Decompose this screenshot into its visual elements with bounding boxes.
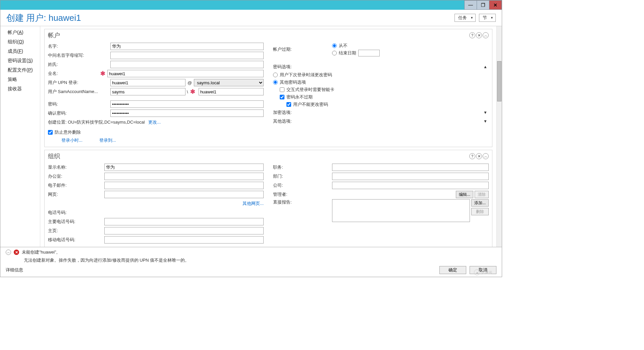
titlebar: — ❐ ✕ — [0, 0, 502, 10]
logon-to-link[interactable]: 登录到... — [99, 137, 116, 143]
full-name-input[interactable] — [107, 70, 264, 77]
last-name-label: 姓氏: — [48, 61, 104, 68]
initials-input[interactable] — [110, 52, 264, 59]
maximize-button[interactable]: ❐ — [477, 0, 489, 10]
other-webpages-link[interactable]: 其他网页... — [243, 201, 264, 207]
direct-reports-list[interactable] — [332, 199, 470, 222]
password-options-label: 密码选项: — [273, 64, 292, 70]
initials-label: 中间名首字母缩写: — [48, 52, 104, 58]
close-section-icon[interactable]: ✕ — [476, 32, 482, 38]
sidebar-item-policy[interactable]: 策略 — [8, 77, 40, 83]
expand-error-icon[interactable]: ︿ — [6, 250, 11, 255]
display-name-input[interactable] — [104, 164, 264, 171]
help-icon[interactable]: ? — [469, 153, 475, 159]
sam-user-input[interactable] — [199, 88, 264, 95]
content-scroll[interactable]: 帐户 ? ✕ ︿ 名字: — [40, 26, 496, 247]
title-input[interactable] — [332, 164, 489, 171]
remove-report-button: 删除 — [471, 208, 489, 215]
sidebar-item-member[interactable]: 成员(F) — [8, 48, 40, 54]
confirm-password-input[interactable] — [110, 110, 264, 117]
email-input[interactable] — [104, 182, 264, 189]
must-change-radio[interactable] — [273, 73, 278, 77]
sidebar-item-account[interactable]: 帐户(A) — [8, 30, 40, 36]
sidebar-item-silo[interactable]: 接收器 — [8, 86, 40, 92]
create-user-window: — ❐ ✕ 创建 用户: huawei1 任务▼ 节▼ 帐户(A) 组织(O) … — [0, 0, 502, 277]
edit-manager-button[interactable]: 编辑... — [456, 191, 473, 198]
smartcard-checkbox[interactable] — [280, 87, 284, 92]
logon-hours-link[interactable]: 登录小时... — [61, 137, 83, 143]
email-label: 电子邮件: — [48, 182, 104, 188]
protect-delete-checkbox[interactable] — [48, 130, 53, 135]
close-button[interactable]: ✕ — [489, 0, 502, 10]
scrollbar[interactable] — [496, 26, 502, 247]
required-icon: ✱ — [188, 88, 197, 95]
upn-user-input[interactable] — [110, 79, 185, 86]
sam-label: 用户 SamAccountName... — [48, 89, 104, 95]
at-sign: @ — [185, 80, 194, 85]
error-icon: ✕ — [14, 250, 19, 255]
expires-label: 帐户过期: — [273, 46, 332, 52]
reports-label: 直接报告: — [273, 199, 332, 205]
dept-label: 部门: — [273, 173, 332, 179]
first-name-input[interactable] — [110, 43, 264, 50]
upn-label: 用户 UPN 登录: — [48, 80, 104, 86]
full-name-label: 全名: — [48, 71, 98, 77]
account-section-title: 帐户 — [48, 31, 60, 39]
upn-domain-select[interactable]: sayms.local — [194, 79, 264, 86]
sidebar-item-password[interactable]: 密码设置(S) — [8, 58, 40, 64]
minimize-button[interactable]: — — [464, 0, 477, 10]
collapse-caret-icon[interactable]: ▲ — [482, 64, 489, 69]
sam-domain-input[interactable] — [110, 88, 185, 95]
expand-caret-icon[interactable]: ▼ — [482, 110, 489, 115]
account-section: 帐户 ? ✕ ︿ 名字: — [44, 29, 492, 147]
change-location-link[interactable]: 更改... — [148, 120, 161, 125]
manager-label: 管理者: — [273, 191, 332, 198]
end-date-radio[interactable] — [332, 51, 337, 55]
sidebar-item-profile[interactable]: 配置文件(P) — [8, 67, 40, 73]
homepage-input[interactable] — [104, 227, 264, 234]
first-name-label: 名字: — [48, 43, 104, 49]
collapse-icon[interactable]: ︿ — [483, 32, 489, 38]
sidebar-item-organization[interactable]: 组织(O) — [8, 39, 40, 45]
add-report-button[interactable]: 添加... — [471, 199, 489, 207]
homepage-label: 主页: — [48, 228, 104, 234]
phone-label: 电话号码: — [48, 210, 104, 216]
org-section-title: 组织 — [48, 152, 60, 160]
end-date-input[interactable] — [358, 50, 380, 56]
main-phone-input[interactable] — [104, 218, 264, 225]
tasks-dropdown[interactable]: 任务▼ — [454, 14, 476, 22]
other-pwd-radio[interactable] — [273, 80, 278, 85]
close-section-icon[interactable]: ✕ — [476, 153, 482, 159]
company-label: 公司: — [273, 182, 332, 188]
webpage-label: 网页: — [48, 191, 104, 198]
dept-input[interactable] — [332, 173, 489, 180]
sidebar: 帐户(A) 组织(O) 成员(F) 密码设置(S) 配置文件(P) 策略 接收器 — [0, 26, 40, 247]
chevron-down-icon: ▼ — [470, 16, 473, 19]
help-icon[interactable]: ? — [469, 32, 475, 38]
display-name-label: 显示名称: — [48, 164, 104, 170]
protect-delete-label: 防止意外删除 — [55, 129, 81, 135]
sections-dropdown[interactable]: 节▼ — [479, 14, 496, 22]
ok-button[interactable]: 确定 — [439, 266, 466, 274]
last-name-input[interactable] — [110, 61, 264, 68]
error-footer: ︿ ✕ 未能创建"huawei"。 无法创建新对象。操作失败，因为向进行添加/修… — [0, 247, 502, 277]
expand-caret-icon[interactable]: ▼ — [482, 119, 489, 124]
scrollbar-thumb[interactable] — [497, 61, 501, 101]
mobile-input[interactable] — [104, 236, 264, 244]
webpage-input[interactable] — [104, 191, 264, 198]
company-input[interactable] — [332, 182, 489, 189]
error-title: 未能创建"huawei"。 — [22, 249, 60, 255]
pwd-never-expires-checkbox[interactable] — [280, 95, 284, 99]
office-input[interactable] — [104, 173, 264, 180]
cloud-icon: ☁ — [474, 269, 480, 275]
required-icon: ✱ — [98, 70, 107, 77]
chevron-down-icon: ▼ — [490, 16, 493, 19]
details-link[interactable]: 详细信息 — [6, 267, 23, 273]
never-expires-radio[interactable] — [332, 43, 337, 48]
cannot-change-pwd-checkbox[interactable] — [286, 102, 291, 107]
password-input[interactable] — [110, 100, 264, 108]
collapse-icon[interactable]: ︿ — [483, 153, 489, 159]
header: 创建 用户: huawei1 任务▼ 节▼ — [0, 10, 502, 26]
clear-manager-button: 清除 — [475, 191, 489, 198]
watermark: ☁ 亿速云 — [474, 269, 492, 275]
